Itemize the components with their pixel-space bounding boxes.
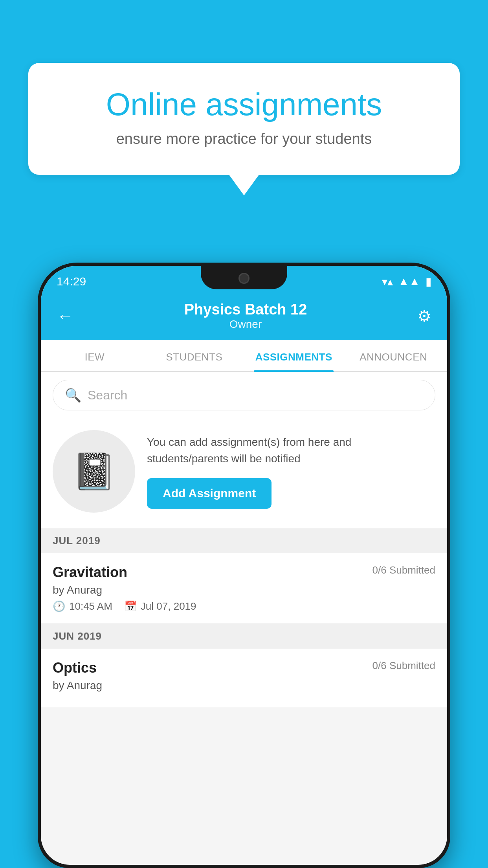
info-description: You can add assignment(s) from here and … [147, 434, 435, 467]
assignment-submitted: 0/6 Submitted [372, 564, 435, 576]
assignment-item-optics[interactable]: Optics 0/6 Submitted by Anurag [41, 649, 447, 707]
clock-icon: 🕐 [53, 600, 65, 612]
add-assignment-button[interactable]: Add Assignment [147, 478, 272, 509]
header-subtitle: Owner [184, 318, 307, 331]
date-meta: 📅 Jul 07, 2019 [124, 600, 196, 612]
tab-assignments[interactable]: ASSIGNMENTS [244, 340, 344, 371]
status-icons: ▾▴ ▲▲ ▮ [382, 275, 431, 288]
camera [238, 273, 250, 284]
assignment-date: Jul 07, 2019 [141, 600, 196, 612]
search-placeholder: Search [88, 388, 127, 403]
search-icon: 🔍 [65, 387, 81, 403]
assignment-author: by Anurag [53, 584, 435, 596]
calendar-icon: 📅 [124, 600, 137, 612]
info-text-area: You can add assignment(s) from here and … [147, 434, 435, 509]
assignment-author-optics: by Anurag [53, 679, 435, 692]
speech-bubble: Online assignments ensure more practice … [28, 63, 460, 175]
tab-iew[interactable]: IEW [45, 340, 145, 371]
app-header: ← Physics Batch 12 Owner ⚙ [41, 293, 447, 340]
wifi-icon: ▾▴ [382, 275, 393, 288]
promo-section: Online assignments ensure more practice … [28, 63, 460, 175]
search-container: 🔍 Search [41, 372, 447, 418]
assignment-title-optics: Optics [53, 660, 97, 676]
status-time: 14:29 [57, 275, 86, 288]
phone-screen: 14:29 ▾▴ ▲▲ ▮ ← Physics Batch 12 Owner ⚙… [41, 266, 447, 865]
search-bar[interactable]: 🔍 Search [53, 380, 435, 410]
assignment-item-gravitation[interactable]: Gravitation 0/6 Submitted by Anurag 🕐 10… [41, 553, 447, 624]
assignment-time: 10:45 AM [69, 600, 112, 612]
section-header-jul: JUL 2019 [41, 528, 447, 553]
promo-title: Online assignments [56, 86, 432, 123]
assignment-title: Gravitation [53, 564, 127, 581]
phone-frame: 14:29 ▾▴ ▲▲ ▮ ← Physics Batch 12 Owner ⚙… [38, 263, 450, 868]
signal-icon: ▲▲ [398, 275, 420, 288]
tab-students[interactable]: STUDENTS [145, 340, 244, 371]
header-title-group: Physics Batch 12 Owner [184, 301, 307, 331]
assignment-icon-circle: 📓 [53, 430, 135, 513]
promo-subtitle: ensure more practice for your students [56, 131, 432, 147]
assignment-top-row-optics: Optics 0/6 Submitted [53, 660, 435, 676]
time-meta: 🕐 10:45 AM [53, 600, 112, 612]
header-title: Physics Batch 12 [184, 301, 307, 318]
tab-bar: IEW STUDENTS ASSIGNMENTS ANNOUNCEN [41, 340, 447, 372]
notebook-icon: 📓 [72, 451, 116, 492]
settings-button[interactable]: ⚙ [417, 307, 431, 325]
assignment-meta: 🕐 10:45 AM 📅 Jul 07, 2019 [53, 600, 435, 612]
assignment-submitted-optics: 0/6 Submitted [372, 660, 435, 672]
info-card: 📓 You can add assignment(s) from here an… [41, 418, 447, 528]
tab-announcements[interactable]: ANNOUNCEN [344, 340, 444, 371]
notch [201, 266, 287, 289]
section-header-jun: JUN 2019 [41, 624, 447, 649]
assignment-top-row: Gravitation 0/6 Submitted [53, 564, 435, 581]
back-button[interactable]: ← [57, 306, 74, 326]
battery-icon: ▮ [426, 275, 431, 288]
